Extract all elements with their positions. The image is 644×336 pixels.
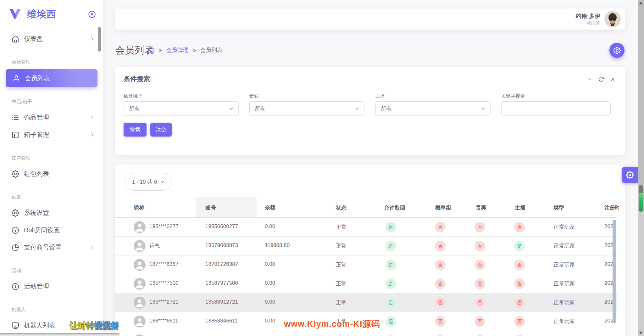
- cell-balance: 0.00: [265, 299, 275, 305]
- row-avatar-icon: [134, 240, 146, 252]
- sidebar-item-label: 机器人列表: [24, 321, 55, 330]
- column-header[interactable]: 允许取回: [384, 204, 405, 211]
- table-scrollbar-thumb[interactable]: [613, 220, 616, 323]
- column-header[interactable]: 类型: [553, 204, 564, 211]
- filter-select[interactable]: 所有: [124, 101, 239, 116]
- refresh-card-icon[interactable]: [598, 76, 604, 82]
- sidebar-item-gear[interactable]: 系统设置: [0, 204, 103, 221]
- filter-field: 贵宾所有: [249, 93, 364, 116]
- user-name: 约翰·多伊: [576, 13, 600, 20]
- cell-nickname: 187****6387: [149, 261, 179, 267]
- sidebar-item-info[interactable]: 活动管理: [0, 278, 103, 295]
- select-value: 所有: [381, 105, 391, 112]
- cell-type: 正常玩家: [553, 261, 575, 268]
- cell-nickname: 135****2721: [149, 299, 179, 305]
- filter-field: 额外概率所有: [124, 93, 239, 116]
- cell-anchor-badge: 否: [514, 278, 525, 289]
- table-row[interactable]: 135****7500135879775000.00正常是否否否正常玩家202: [115, 274, 617, 293]
- pie-icon: [12, 244, 19, 251]
- chevron-down-icon: [480, 106, 486, 111]
- cell-prob_group-badge: 否: [435, 278, 446, 289]
- sidebar-scrollbar-thumb[interactable]: [98, 27, 101, 52]
- sidebar-item-gear[interactable]: 红包列表: [0, 165, 103, 182]
- cell-withdraw-badge: 是: [386, 316, 396, 327]
- keyword-search-input[interactable]: [501, 101, 611, 116]
- table-row[interactable]: 135****2721135889127210.00正常是否否否正常玩家202: [115, 293, 617, 312]
- pagination-range-label: 1 - 10 共 0: [132, 178, 157, 186]
- chevron-right-icon: [90, 245, 95, 250]
- breadcrumb-separator: »: [193, 47, 196, 53]
- sidebar-item-layout[interactable]: 箱子管理: [0, 126, 103, 143]
- column-header[interactable]: 状态: [336, 204, 347, 211]
- cell-status: 正常: [336, 223, 347, 231]
- row-avatar-icon: [134, 278, 146, 290]
- column-header[interactable]: 余额: [265, 204, 275, 211]
- column-header[interactable]: 账号: [205, 204, 216, 211]
- cell-prob_group-badge: 否: [435, 297, 446, 308]
- column-header[interactable]: 昵称: [134, 204, 144, 211]
- sidebar-item-info[interactable]: Roll房间设置: [0, 221, 103, 239]
- cell-balance: 0.00: [265, 261, 275, 267]
- filter-select[interactable]: 所有: [249, 101, 364, 116]
- field-label: 主播: [375, 93, 491, 99]
- column-header[interactable]: 概率组: [435, 204, 451, 211]
- sidebar-item-label: 红包列表: [24, 170, 49, 178]
- select-value: 所有: [129, 105, 140, 112]
- table-row[interactable]: 195****0277195505002770.00正常是否否否正常玩家202: [115, 218, 617, 237]
- cell-type: 正常玩家: [553, 223, 575, 231]
- page-scrollbar[interactable]: [638, 0, 644, 336]
- cell-prob_group-badge: 否: [435, 222, 446, 232]
- page-scrollbar-thumb[interactable]: [639, 185, 643, 212]
- chevron-down-icon: [160, 180, 165, 184]
- column-header[interactable]: 主播: [515, 204, 525, 211]
- sidebar-item-list[interactable]: 饰品管理: [0, 109, 103, 126]
- breadcrumb-separator: »: [159, 47, 162, 53]
- cell-vip-badge: 否: [475, 278, 485, 289]
- watermark-text: 慢慢摇: [94, 321, 119, 330]
- cell-account: 13588912721: [205, 299, 238, 305]
- sidebar-item-label: Roll房间设置: [24, 226, 60, 234]
- field-label: 贵宾: [249, 93, 364, 99]
- table-row[interactable]: 187****6387187017263870.00正常是否否否正常玩家202: [115, 255, 617, 274]
- scroll-down-arrow-icon[interactable]: [639, 332, 643, 334]
- sidebar-section-label: 会员管理: [12, 59, 95, 65]
- user-avatar[interactable]: [604, 11, 621, 27]
- clear-button[interactable]: 清空: [150, 123, 172, 137]
- cell-anchor-badge: 否: [514, 316, 525, 327]
- filter-card-actions: [587, 76, 616, 82]
- layout-icon: [12, 131, 19, 139]
- cell-balance: 0.00: [265, 223, 275, 230]
- filter-select[interactable]: 所有: [375, 101, 491, 116]
- sidebar-pin-toggle-icon[interactable]: [88, 10, 96, 19]
- sidebar-section-label: 饰品/箱子: [12, 99, 95, 104]
- search-button[interactable]: 搜索: [124, 123, 147, 137]
- user-status: 可用的: [576, 20, 600, 26]
- cell-anchor-badge: 否: [514, 260, 525, 270]
- page-settings-button[interactable]: [609, 43, 625, 58]
- scroll-up-arrow-icon[interactable]: [639, 2, 643, 4]
- sidebar-item-label: 箱子管理: [24, 131, 49, 139]
- pagination-range-dropdown[interactable]: 1 - 10 共 0: [125, 173, 172, 191]
- sidebar-item-home[interactable]: 仪表盘: [0, 30, 103, 48]
- cell-nickname: 195****0277: [149, 223, 179, 230]
- gear-icon: [613, 47, 621, 54]
- close-card-icon[interactable]: [610, 76, 616, 82]
- table-row[interactable]: 是否否否: [115, 331, 617, 336]
- table-row[interactable]: 运气18579068873119608.80正常是否否是正常玩家202: [115, 237, 617, 255]
- theme-customizer-button[interactable]: [622, 167, 638, 183]
- sidebar-video-watermark: 让时钟慢慢摇: [70, 320, 119, 331]
- column-header[interactable]: 贵宾: [476, 204, 486, 211]
- sidebar-item-user[interactable]: 会员列表: [6, 69, 97, 87]
- cell-account: 19550500277: [205, 223, 238, 230]
- column-header[interactable]: 注册时间: [604, 204, 619, 211]
- brand-name: 维埃西: [27, 8, 56, 21]
- filter-field: 主播所有: [375, 93, 491, 116]
- sidebar-section-label: 活动: [12, 268, 95, 273]
- sidebar-item-label: 活动管理: [24, 282, 49, 291]
- breadcrumb-home-icon[interactable]: [148, 47, 155, 53]
- sidebar-item-pie[interactable]: 支付商号设置: [0, 239, 103, 256]
- cell-account: 18858846611: [205, 318, 238, 324]
- cell-register-time: 202: [604, 318, 613, 324]
- breadcrumb-link[interactable]: 会员管理: [166, 46, 189, 54]
- collapse-card-icon[interactable]: [587, 76, 592, 82]
